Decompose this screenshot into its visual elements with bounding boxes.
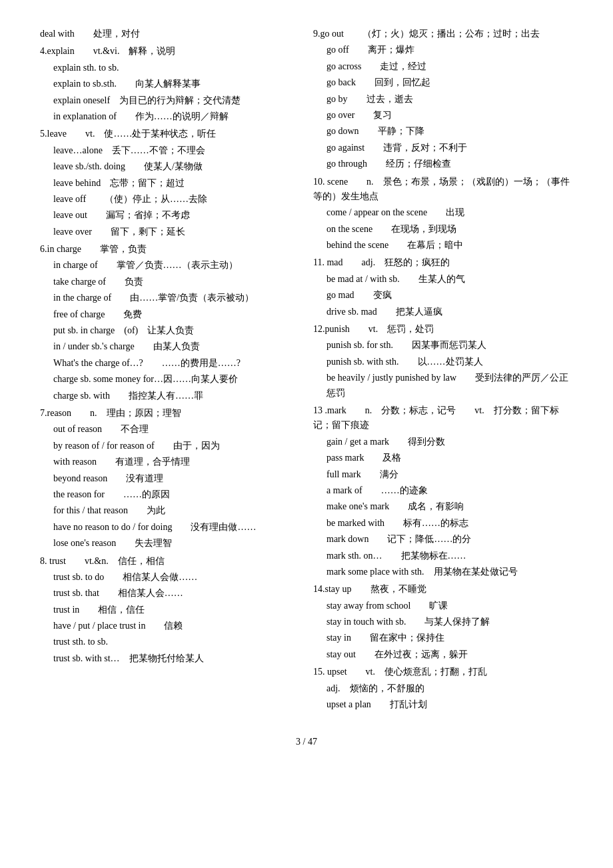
- entry-7-sub-2: with reason 有道理，合乎情理: [40, 455, 300, 469]
- entry-4-sub-3: in explanation of 作为……的说明／辩解: [40, 109, 300, 124]
- entry-8-sub-5: trust sb. with st… 把某物托付给某人: [40, 651, 300, 666]
- entry-4-sub-0: explain sth. to sb.: [40, 61, 300, 75]
- entry-5-sub-4: leave out 漏写；省掉；不考虑: [40, 208, 300, 223]
- entry-15-main: 15. upset vt. 使心烦意乱；打翻，打乱: [313, 665, 573, 679]
- entry-5-main: 5.leave vt. 使……处于某种状态，听任: [40, 127, 300, 141]
- entry-5-sub-3: leave off （使）停止；从……去除: [40, 192, 300, 207]
- entry-9-sub-5: go down 平静；下降: [313, 124, 573, 139]
- entry-9-sub-7: go through 经历；仔细检查: [313, 157, 573, 171]
- entry-7-sub-5: for this / that reason 为此: [40, 503, 300, 518]
- entry-13-sub-6: mark down 记下；降低……的分: [313, 532, 573, 547]
- entry-4-sub-2: explain oneself 为目已的行为辩解；交代清楚: [40, 93, 300, 108]
- entry-14-sub-3: stay out 在外过夜；远离，躲开: [313, 647, 573, 662]
- entry-12-sub-2: be heavily / justly punished by law 受到法律…: [313, 371, 573, 401]
- entry-6-sub-7: charge sb. some money for…因……向某人要价: [40, 372, 300, 387]
- entry-9: 9.go out （灯；火）熄灭；播出；公布；过时；出去 go off 离开；爆…: [313, 27, 573, 172]
- entry-9-sub-1: go across 走过，经过: [313, 59, 573, 74]
- entry-15: 15. upset vt. 使心烦意乱；打翻，打乱 adj. 烦恼的，不舒服的 …: [313, 665, 573, 712]
- entry-4-sub-1: explain to sb.sth. 向某人解释某事: [40, 77, 300, 91]
- entry-9-main: 9.go out （灯；火）熄灭；播出；公布；过时；出去: [313, 27, 573, 41]
- entry-10-sub-1: on the scene 在现场，到现场: [313, 222, 573, 237]
- entry-13-sub-8: mark some place with sth. 用某物在某处做记号: [313, 565, 573, 579]
- entry-13-sub-0: gain / get a mark 得到分数: [313, 435, 573, 449]
- entry-9-sub-3: go by 过去，逝去: [313, 92, 573, 107]
- entry-5-sub-5: leave over 留下，剩下；延长: [40, 225, 300, 239]
- entry-9-sub-6: go against 违背，反对；不利于: [313, 141, 573, 155]
- entry-8-sub-4: trust sth. to sb.: [40, 635, 300, 649]
- entry-13: 13 .mark n. 分数；标志，记号 vt. 打分数；留下标记；留下痕迹 g…: [313, 403, 573, 579]
- entry-9-sub-4: go over 复习: [313, 108, 573, 123]
- entry-6-main: 6.in charge 掌管，负责: [40, 242, 300, 257]
- entry-10-main: 10. scene n. 景色；布景，场景；（戏剧的）一场；（事件等的）发生地点: [313, 175, 573, 205]
- entry-14-sub-1: stay in touch with sb. 与某人保持了解: [313, 615, 573, 629]
- entry-8-sub-0: trust sb. to do 相信某人会做……: [40, 570, 300, 585]
- entry-11-main: 11. mad adj. 狂怒的；疯狂的: [313, 255, 573, 270]
- entry-5-sub-1: leave sb./sth. doing 使某人/某物做: [40, 159, 300, 174]
- entry-7: 7.reason n. 理由；原因；理智 out of reason 不合理 b…: [40, 406, 300, 551]
- entry-12-sub-0: punish sb. for sth. 因某事而惩罚某人: [313, 338, 573, 353]
- entry-12-sub-1: punish sb. with sth. 以……处罚某人: [313, 355, 573, 369]
- entry-15-sub-0: adj. 烦恼的，不舒服的: [313, 681, 573, 696]
- entry-13-sub-7: mark sth. on… 把某物标在……: [313, 549, 573, 563]
- entry-11: 11. mad adj. 狂怒的；疯狂的 be mad at / with sb…: [313, 255, 573, 319]
- entry-7-sub-1: by reason of / for reason of 由于，因为: [40, 439, 300, 453]
- entry-8-main: 8. trust vt.&n. 信任，相信: [40, 554, 300, 569]
- entry-9-sub-0: go off 离开；爆炸: [313, 43, 573, 57]
- entry-6-sub-3: free of charge 免费: [40, 307, 300, 322]
- entry-6: 6.in charge 掌管，负责 in charge of 掌管／负责……（表…: [40, 242, 300, 403]
- entry-deal-with-main: deal with 处理，对付: [40, 27, 300, 41]
- entry-5: 5.leave vt. 使……处于某种状态，听任 leave…alone 丢下……: [40, 127, 300, 239]
- entry-8-sub-3: have / put / place trust in 信赖: [40, 619, 300, 633]
- page-number: 3 / 47: [296, 737, 317, 747]
- entry-deal-with: deal with 处理，对付: [40, 27, 300, 41]
- entry-12-main: 12.punish vt. 惩罚，处罚: [313, 322, 573, 337]
- entry-7-sub-3: beyond reason 没有道理: [40, 471, 300, 486]
- entry-5-sub-0: leave…alone 丢下……不管；不理会: [40, 143, 300, 158]
- entry-7-sub-6: have no reason to do / for doing 没有理由做……: [40, 520, 300, 535]
- entry-9-sub-2: go back 回到，回忆起: [313, 75, 573, 90]
- entry-10-sub-0: come / appear on the scene 出现: [313, 205, 573, 220]
- entry-13-sub-3: a mark of ……的迹象: [313, 483, 573, 498]
- page-content: deal with 处理，对付 4.explain vt.&vi. 解释，说明 …: [40, 27, 573, 715]
- entry-14-sub-0: stay away from school 旷课: [313, 599, 573, 613]
- entry-10: 10. scene n. 景色；布景，场景；（戏剧的）一场；（事件等的）发生地点…: [313, 175, 573, 253]
- entry-11-sub-0: be mad at / with sb. 生某人的气: [313, 272, 573, 287]
- entry-8: 8. trust vt.&n. 信任，相信 trust sb. to do 相信…: [40, 554, 300, 667]
- entry-7-sub-7: lose one's reason 失去理智: [40, 536, 300, 551]
- entry-6-sub-8: charge sb. with 指控某人有……罪: [40, 389, 300, 403]
- left-column: deal with 处理，对付 4.explain vt.&vi. 解释，说明 …: [40, 27, 300, 715]
- entry-4: 4.explain vt.&vi. 解释，说明 explain sth. to …: [40, 44, 300, 124]
- entry-13-sub-2: full mark 满分: [313, 467, 573, 482]
- entry-13-main: 13 .mark n. 分数；标志，记号 vt. 打分数；留下标记；留下痕迹: [313, 403, 573, 433]
- entry-11-sub-1: go mad 变疯: [313, 288, 573, 303]
- entry-12: 12.punish vt. 惩罚，处罚 punish sb. for sth. …: [313, 322, 573, 401]
- entry-7-sub-4: the reason for ……的原因: [40, 487, 300, 502]
- entry-8-sub-1: trust sb. that 相信某人会……: [40, 586, 300, 601]
- entry-6-sub-2: in the charge of 由……掌管/负责（表示被动）: [40, 291, 300, 305]
- entry-15-sub-1: upset a plan 打乱计划: [313, 697, 573, 712]
- entry-7-main: 7.reason n. 理由；原因；理智: [40, 406, 300, 421]
- page-footer: 3 / 47: [40, 735, 573, 749]
- entry-6-sub-6: What's the charge of…? ……的费用是……?: [40, 356, 300, 371]
- entry-14-sub-2: stay in 留在家中；保持住: [313, 631, 573, 645]
- entry-14-main: 14.stay up 熬夜，不睡觉: [313, 582, 573, 597]
- entry-6-sub-1: take charge of 负责: [40, 275, 300, 289]
- entry-10-sub-2: behind the scene 在幕后；暗中: [313, 238, 573, 253]
- entry-7-sub-0: out of reason 不合理: [40, 422, 300, 437]
- entry-5-sub-2: leave behind 忘带；留下；超过: [40, 176, 300, 191]
- right-column: 9.go out （灯；火）熄灭；播出；公布；过时；出去 go off 离开；爆…: [313, 27, 573, 715]
- entry-14: 14.stay up 熬夜，不睡觉 stay away from school …: [313, 582, 573, 662]
- entry-13-sub-5: be marked with 标有……的标志: [313, 516, 573, 531]
- entry-6-sub-5: in / under sb.'s charge 由某人负责: [40, 339, 300, 354]
- entry-11-sub-2: drive sb. mad 把某人逼疯: [313, 305, 573, 319]
- entry-8-sub-2: trust in 相信，信任: [40, 603, 300, 617]
- entry-6-sub-0: in charge of 掌管／负责……（表示主动）: [40, 258, 300, 273]
- entry-13-sub-4: make one's mark 成名，有影响: [313, 499, 573, 514]
- entry-13-sub-1: pass mark 及格: [313, 451, 573, 465]
- entry-4-main: 4.explain vt.&vi. 解释，说明: [40, 44, 300, 59]
- entry-6-sub-4: put sb. in charge (of) 让某人负责: [40, 323, 300, 338]
